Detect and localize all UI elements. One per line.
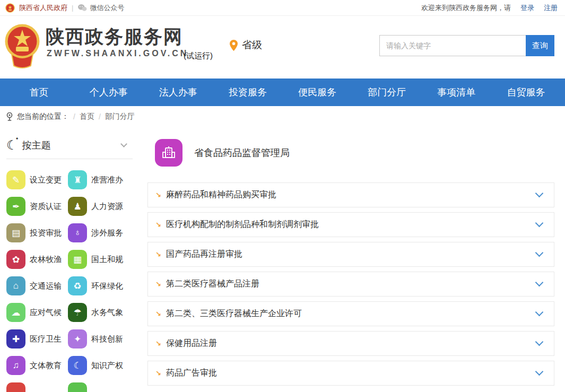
nav-item-free-trade[interactable]: 自贸服务: [491, 79, 561, 106]
sidebar-category-environment[interactable]: ♻ 环保绿化: [68, 276, 129, 295]
wechat-link[interactable]: 微信公众号: [77, 3, 124, 13]
department-panel: 省食品药品监督管理局 ↘ 麻醉药品和精神药品购买审批 ↘ 医疗机构配制的制剂品种…: [133, 127, 565, 392]
nav-item-personal[interactable]: 个人办事: [74, 79, 143, 106]
accordion-item[interactable]: ↘ 保健用品注册: [147, 331, 554, 356]
topbar-separator: |: [72, 4, 73, 12]
region-label: 省级: [242, 38, 262, 52]
accordion-item[interactable]: ↘ 第二类、三类医疗器械生产企业许可: [147, 301, 554, 326]
breadcrumb: 您当前的位置： / 首页 / 部门分厅: [0, 106, 565, 127]
site-title: 陕西政务服务网: [46, 24, 183, 49]
region-selector[interactable]: 省级: [230, 38, 262, 52]
medical-cross-icon: ✚: [6, 329, 25, 349]
location-pin-icon: [230, 40, 238, 51]
sidebar-category-healthcare[interactable]: ✚ 医疗卫生: [6, 329, 68, 349]
sidebar-category-culture-education[interactable]: ♫ 文体教育: [6, 356, 68, 375]
theme-sidebar: ☾ 按主题 ✎ 设立变更 ♜ 准营准办 ✒ 资质认证 ♟ 人力资源 ▤: [0, 127, 133, 392]
sidebar-category-tech-innovation[interactable]: ✦ 科技创新: [68, 329, 129, 349]
arrow-icon: ↘: [155, 369, 161, 377]
sidebar-category-partial[interactable]: [68, 382, 129, 392]
nib-icon: ✒: [6, 197, 25, 216]
welcome-text: 欢迎来到陕西政务服务网，请: [421, 3, 511, 13]
sidebar-category-intellectual-property[interactable]: ☾ 知识产权: [68, 356, 129, 375]
accordion-item[interactable]: ↘ 药品广告审批: [147, 361, 554, 386]
breadcrumb-slash: /: [73, 112, 75, 121]
sidebar-header[interactable]: ☾ 按主题: [6, 132, 133, 159]
sidebar-category-water-weather[interactable]: ☂ 水务气象: [68, 303, 129, 322]
chevron-down-icon[interactable]: [120, 141, 127, 147]
sidebar-category-climate[interactable]: ☁ 应对气候: [6, 303, 68, 322]
national-emblem-logo: [4, 21, 40, 72]
arrow-icon: ↘: [155, 310, 161, 318]
accordion-item[interactable]: ↘ 第二类医疗器械产品注册: [147, 272, 554, 297]
arrow-icon: ↘: [155, 339, 161, 347]
spark-icon: ✦: [68, 329, 87, 349]
cloud-icon: ☁: [6, 303, 25, 322]
chevron-down-icon[interactable]: [535, 368, 544, 376]
arrow-icon: ↘: [155, 221, 161, 229]
breadcrumb-slash: /: [99, 112, 101, 121]
top-utility-bar: 陕西省人民政府 | 微信公众号 欢迎来到陕西政务服务网，请 登录 注册: [0, 0, 565, 16]
sidebar-category-operation-permit[interactable]: ♜ 准营准办: [68, 170, 129, 189]
breadcrumb-prefix: 您当前的位置：: [17, 112, 69, 121]
breadcrumb-pin-icon: [6, 112, 13, 121]
nav-item-legal-person[interactable]: 法人办事: [143, 79, 213, 106]
pen-icon: ✎: [6, 170, 25, 189]
search-button[interactable]: 查询: [526, 35, 554, 56]
breadcrumb-home-link[interactable]: 首页: [80, 112, 94, 121]
umbrella-icon: ☂: [68, 303, 87, 322]
music-note-icon: ♫: [6, 356, 25, 375]
chevron-down-icon[interactable]: [535, 308, 544, 317]
sidebar-category-qualification[interactable]: ✒ 资质认证: [6, 197, 68, 216]
site-header: 陕西政务服务网 ZWFW.SHAANXI.GOV.CN (试运行) 省级 查询: [0, 16, 565, 79]
register-link[interactable]: 注册: [544, 3, 558, 13]
accordion-item[interactable]: ↘ 国产药品再注册审批: [147, 242, 554, 267]
search-box: 查询: [379, 35, 554, 56]
chevron-down-icon[interactable]: [535, 189, 544, 198]
faucet-icon: ♻: [68, 276, 87, 295]
main-nav: 首页 个人办事 法人办事 投资服务 便民服务 部门分厅 事项清单 自贸服务: [0, 79, 565, 106]
department-header: 省食品药品监督管理局: [155, 139, 554, 167]
moon-icon: ☾: [6, 139, 18, 152]
sidebar-category-transport[interactable]: ⌂ 交通运输: [6, 276, 68, 295]
sidebar-title: 按主题: [22, 139, 121, 152]
chevron-down-icon[interactable]: [535, 249, 544, 257]
sidebar-category-partial[interactable]: [6, 382, 68, 392]
accordion-item[interactable]: ↘ 医疗机构配制的制剂品种和制剂调剂审批: [147, 212, 554, 237]
nav-item-convenience[interactable]: 便民服务: [283, 79, 352, 106]
document-icon: ▤: [6, 223, 25, 242]
national-emblem-icon: [5, 3, 15, 13]
nav-item-investment[interactable]: 投资服务: [213, 79, 282, 106]
sidebar-category-foreign-services[interactable]: ♁ 涉外服务: [68, 223, 129, 242]
chevron-down-icon[interactable]: [535, 278, 544, 287]
farm-icon: ✿: [6, 250, 25, 269]
sidebar-category-land-planning[interactable]: ▦ 国土和规: [68, 250, 129, 269]
trial-run-label: (试运行): [184, 51, 213, 61]
person-icon: ♟: [68, 197, 87, 216]
wechat-label: 微信公众号: [90, 3, 124, 13]
gov-portal-link[interactable]: 陕西省人民政府: [19, 3, 67, 13]
department-name: 省食品药品监督管理局: [194, 146, 290, 159]
sidebar-category-investment-approval[interactable]: ▤ 投资审批: [6, 223, 68, 242]
accordion-item[interactable]: ↘ 麻醉药品和精神药品购买审批: [147, 182, 554, 207]
partial-green-icon: [68, 382, 87, 392]
nav-item-item-list[interactable]: 事项清单: [422, 79, 491, 106]
building-icon: ⌂: [6, 276, 25, 295]
sidebar-category-agriculture[interactable]: ✿ 农林牧渔: [6, 250, 68, 269]
nav-item-home[interactable]: 首页: [4, 79, 74, 106]
sidebar-category-setup-change[interactable]: ✎ 设立变更: [6, 170, 68, 189]
search-input[interactable]: [379, 35, 526, 56]
stamp-icon: ♜: [68, 170, 87, 189]
globe-icon: ♁: [68, 223, 87, 242]
arrow-icon: ↘: [155, 250, 161, 258]
chevron-down-icon[interactable]: [535, 219, 544, 228]
partial-red-icon: [6, 382, 25, 392]
nav-item-departments[interactable]: 部门分厅: [352, 79, 422, 106]
land-grid-icon: ▦: [68, 250, 87, 269]
category-grid: ✎ 设立变更 ♜ 准营准办 ✒ 资质认证 ♟ 人力资源 ▤ 投资审批 ♁ 涉外服…: [6, 167, 133, 392]
sidebar-category-human-resources[interactable]: ♟ 人力资源: [68, 197, 129, 216]
login-link[interactable]: 登录: [520, 3, 534, 13]
wechat-icon: [77, 4, 87, 12]
chevron-down-icon[interactable]: [535, 338, 544, 346]
arrow-icon: ↘: [155, 191, 161, 199]
arrow-icon: ↘: [155, 280, 161, 288]
